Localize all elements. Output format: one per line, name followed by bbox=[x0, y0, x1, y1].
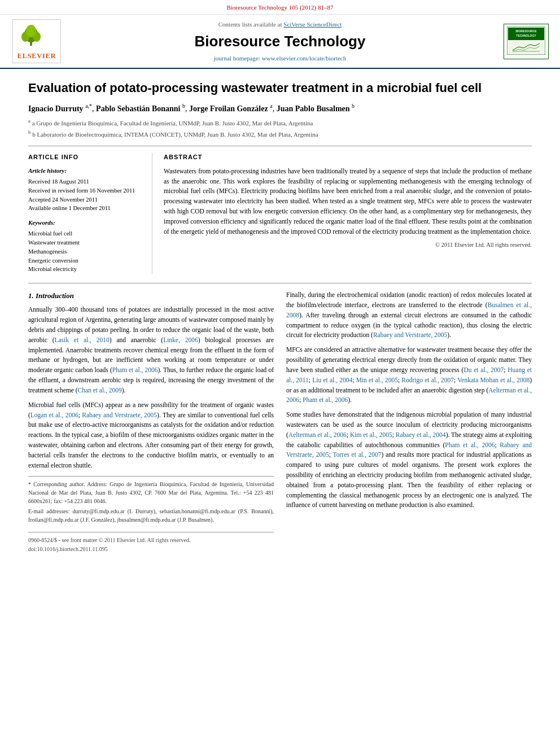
ref-busalmen[interactable]: Busalmen et al., 2008 bbox=[286, 302, 532, 318]
contents-text: Contents lists available at bbox=[218, 21, 282, 28]
dates-list: Received 18 August 2011 Received in revi… bbox=[28, 177, 143, 213]
article-info-title: ARTICLE INFO bbox=[28, 153, 143, 161]
ref-rabaey2005[interactable]: Rabaey and Verstraete, 2005 bbox=[82, 412, 157, 418]
right-logo-area: BIORESOURCE TECHNOLOGY bbox=[498, 24, 549, 59]
body-divider bbox=[28, 283, 532, 283]
keyword-4: Energetic conversion bbox=[28, 256, 143, 265]
doi-text: doi:10.1016/j.biortech.2011.11.095 bbox=[28, 545, 274, 554]
body-left-col: 1. Introduction Annually 300–400 thousan… bbox=[28, 290, 274, 553]
ref-kim[interactable]: Kim et al., 2005 bbox=[350, 431, 392, 438]
history-label: Article history: bbox=[28, 167, 143, 175]
author4: Juan Pablo Busalmen bbox=[277, 104, 350, 113]
body-right-col: Finally, during the electrochemical oxid… bbox=[286, 290, 532, 553]
ref-venkata[interactable]: Venkata Mohan et al., 2008 bbox=[457, 377, 530, 383]
ref-pham2006a[interactable]: Pham et al., 2006 bbox=[112, 366, 158, 373]
homepage-label: journal homepage: bbox=[214, 55, 260, 62]
keyword-5: Microbial electricity bbox=[28, 265, 143, 274]
article-info-panel: ARTICLE INFO Article history: Received 1… bbox=[28, 153, 152, 274]
homepage-url[interactable]: www.elsevier.com/locate/biortech bbox=[262, 55, 347, 62]
elsevier-logo-area: ELSEVIER bbox=[11, 19, 62, 63]
page: Bioresource Technology 105 (2012) 81–87 … bbox=[0, 0, 560, 747]
intro-para2: Microbial fuel cells (MFCs) appear as a … bbox=[28, 400, 274, 471]
divider bbox=[28, 146, 532, 146]
ref-rodrigo[interactable]: Rodrigo et al., 2007 bbox=[401, 377, 454, 383]
main-content: Evaluation of potato-processing wastewat… bbox=[0, 69, 560, 565]
ref-logan[interactable]: Logan et al., 2006 bbox=[30, 412, 78, 418]
ref-linke[interactable]: Linke, 2006 bbox=[163, 337, 198, 343]
abstract-panel: ABSTRACT Wastewaters from potato-process… bbox=[164, 153, 532, 274]
ref-torres[interactable]: Torres et al., 2007 bbox=[333, 451, 382, 458]
author1-affil: a,* bbox=[85, 103, 92, 109]
bio-logo-icon: BIORESOURCE TECHNOLOGY bbox=[507, 27, 545, 55]
author4-affil: b bbox=[352, 103, 355, 109]
author3-affil: a bbox=[270, 103, 272, 109]
journal-center: Contents lists available at SciVerse Sci… bbox=[62, 20, 498, 63]
footnote-section: * Corresponding author. Address: Grupo d… bbox=[28, 476, 274, 524]
authors-line: Ignacio Durruty a,*, Pablo Sebastián Bon… bbox=[28, 102, 532, 114]
issn-text: 0960-8524/$ - see front matter © 2011 El… bbox=[28, 536, 274, 545]
ref-rabaey-ver[interactable]: Rabaey and Verstraete, 2005 bbox=[286, 442, 532, 458]
author3: Jorge Froilan González bbox=[189, 104, 268, 113]
sciverse-link[interactable]: SciVerse ScienceDirect bbox=[283, 21, 342, 28]
footnote-corresponding: * Corresponding author. Address: Grupo d… bbox=[28, 480, 274, 505]
elsevier-tree-icon bbox=[18, 22, 45, 47]
accepted-date: Accepted 24 November 2011 bbox=[28, 195, 143, 204]
ref-pham2006c[interactable]: Pham et al., 2006 bbox=[445, 442, 495, 448]
citation-bar: Bioresource Technology 105 (2012) 81–87 bbox=[0, 0, 560, 15]
ref-liu[interactable]: Liu et al., 2004 bbox=[312, 377, 352, 383]
ref-lasik[interactable]: Lasik et al., 2010 bbox=[54, 337, 109, 343]
svg-text:BIORESOURCE: BIORESOURCE bbox=[515, 29, 537, 33]
intro-para4: MFCs are considered an attractive altern… bbox=[286, 345, 532, 405]
abstract-text: Wastewaters from potato-processing indus… bbox=[164, 167, 532, 237]
revised-date: Received in revised form 16 November 201… bbox=[28, 186, 143, 195]
received-date: Received 18 August 2011 bbox=[28, 177, 143, 186]
intro-heading: 1. Introduction bbox=[28, 290, 274, 302]
analyzed-word: analyzed bbox=[495, 492, 518, 499]
info-abstract-section: ARTICLE INFO Article history: Received 1… bbox=[28, 153, 532, 274]
author2-affil: b bbox=[182, 103, 185, 109]
affiliation-a: a a Grupo de Ingeniería Bioquímica, Facu… bbox=[28, 117, 532, 128]
svg-point-4 bbox=[26, 25, 36, 37]
ref-rabaey2004[interactable]: Rabaey et al., 2004 bbox=[396, 431, 446, 438]
citation-text: Bioresource Technology 105 (2012) 81–87 bbox=[226, 4, 333, 11]
intro-para3: Finally, during the electrochemical oxid… bbox=[286, 290, 532, 340]
bottom-bar: 0960-8524/$ - see front matter © 2011 El… bbox=[28, 532, 274, 553]
svg-text:TECHNOLOGY: TECHNOLOGY bbox=[516, 34, 536, 37]
journal-header: ELSEVIER Contents lists available at Sci… bbox=[0, 15, 560, 69]
author1: Ignacio Durruty bbox=[28, 104, 84, 113]
affiliation-b: b b Laboratorio de Bioelectroquímica, IN… bbox=[28, 129, 532, 139]
available-date: Available online 1 December 2011 bbox=[28, 204, 143, 213]
article-title: Evaluation of potato-processing wastewat… bbox=[28, 80, 532, 97]
elsevier-box: ELSEVIER bbox=[12, 19, 62, 63]
keywords-label: Keywords: bbox=[28, 219, 143, 227]
copyright-line: © 2011 Elsevier Ltd. All rights reserved… bbox=[164, 241, 532, 250]
keywords-section: Keywords: Microbial fuel cell Wastewater… bbox=[28, 219, 143, 274]
body-section: 1. Introduction Annually 300–400 thousan… bbox=[28, 290, 532, 553]
sciverse-line: Contents lists available at SciVerse Sci… bbox=[62, 20, 498, 29]
journal-title: Bioresource Technology bbox=[62, 31, 498, 51]
bio-logo-box: BIORESOURCE TECHNOLOGY bbox=[504, 24, 549, 59]
ref-rabaey2005b[interactable]: Rabaey and Verstraete, 2005 bbox=[373, 331, 447, 338]
elsevier-label: ELSEVIER bbox=[18, 51, 56, 61]
ref-aelterman2[interactable]: Aelterman et al., 2006 bbox=[288, 431, 347, 438]
ref-min[interactable]: Min et al., 2005 bbox=[356, 377, 398, 383]
keyword-3: Methanogenesis bbox=[28, 247, 143, 256]
intro-para1: Annually 300–400 thousand tons of potato… bbox=[28, 305, 274, 395]
abstract-title: ABSTRACT bbox=[164, 153, 532, 161]
author2: Pablo Sebastián Bonanni bbox=[96, 104, 180, 113]
keyword-1: Microbial fuel cell bbox=[28, 229, 143, 238]
ref-chan[interactable]: Chan et al., 2009 bbox=[78, 387, 122, 394]
journal-homepage: journal homepage: www.elsevier.com/locat… bbox=[62, 54, 498, 63]
intro-para5: Some studies have demonstrated that the … bbox=[286, 410, 532, 510]
ref-pham2006b[interactable]: Pham et al., 2006 bbox=[303, 396, 348, 403]
keyword-2: Wastewater treatment bbox=[28, 238, 143, 247]
footnote-email: E-mail addresses: durruty@fi.mdp.edu.ar … bbox=[28, 507, 274, 524]
ref-du[interactable]: Du et al., 2007 bbox=[463, 366, 504, 373]
